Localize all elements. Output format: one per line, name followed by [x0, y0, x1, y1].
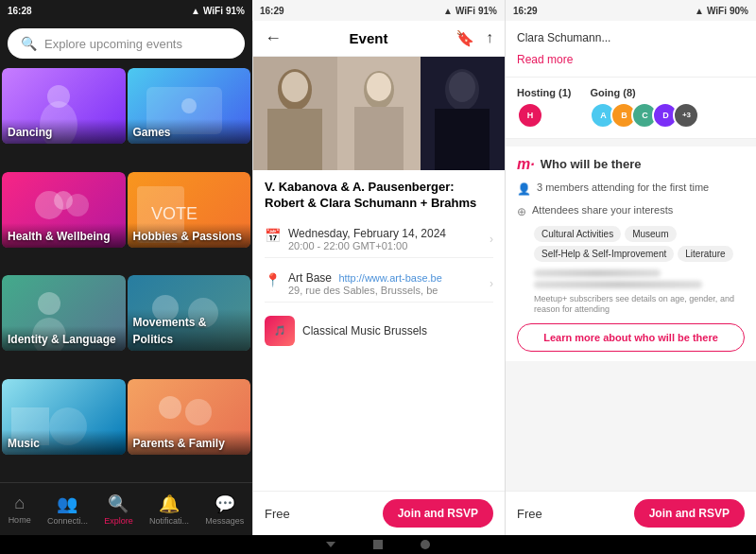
blurred-line-1: [534, 269, 661, 277]
navigation-bar: ⌂ Home 👥 Connecti... 🔍 Explore 🔔 Notific…: [0, 482, 252, 535]
svg-point-9: [38, 292, 60, 315]
event-title: V. Kabanova & A. Pausenberger: Robert & …: [265, 180, 493, 212]
category-identity-label: Identity & Language: [8, 333, 116, 346]
category-movements[interactable]: Movements & Politics: [128, 275, 251, 377]
category-music[interactable]: Music: [2, 379, 126, 481]
interests-tags: Cultural Activities Museum Self-Help & S…: [534, 226, 745, 262]
bookmark-icon[interactable]: 🔖: [455, 29, 474, 47]
event-images: [253, 57, 505, 170]
hosting-going-section: Hosting (1) H Going (8) A B C D +3: [506, 78, 756, 139]
nav-messages[interactable]: 💬 Messages: [205, 493, 244, 526]
blurred-info: [534, 269, 745, 288]
event-image-1: [253, 57, 337, 170]
category-dancing[interactable]: Dancing: [2, 68, 126, 170]
status-bar-panel1: 16:28 ▲ WiFi 91%: [0, 0, 252, 21]
nav-notifications-label: Notificati...: [149, 516, 189, 526]
tag-literature: Literature: [678, 246, 732, 262]
chevron-right-icon2: ›: [490, 277, 493, 290]
rsvp-button-panel3[interactable]: Join and RSVP: [634, 499, 745, 528]
members-row: 👤 3 members attending for the first time: [517, 181, 745, 196]
learn-more-button[interactable]: Learn more about who will be there: [517, 323, 745, 352]
group-name: Classical Music Brussels: [302, 324, 427, 338]
event-time: 20:00 - 22:00 GMT+01:00: [288, 240, 482, 251]
going-avatar-plus[interactable]: +3: [673, 102, 699, 129]
location-url: http://www.art-base.be: [338, 272, 441, 284]
signal-icon2: ▲: [443, 6, 453, 16]
host-avatar-1[interactable]: H: [517, 102, 543, 129]
nav-home-label: Home: [9, 515, 31, 525]
hosting-label: Hosting (1): [517, 87, 571, 98]
hosting-avatars: H: [517, 102, 571, 129]
nav-home[interactable]: ⌂ Home: [9, 493, 31, 525]
svg-point-6: [54, 191, 73, 210]
svg-point-3: [181, 98, 197, 113]
back-button[interactable]: ←: [265, 28, 282, 48]
status-bar-panel3: 16:29 ▲ WiFi 90%: [505, 0, 756, 21]
svg-point-24: [367, 73, 391, 101]
category-parents[interactable]: Parents & Family: [128, 379, 251, 481]
wifi-icon2: WiFi: [455, 6, 475, 16]
event-date: Wednesday, February 14, 2024: [288, 227, 482, 240]
event-price: Free: [265, 507, 290, 521]
members-note: 3 members attending for the first time: [537, 181, 709, 194]
nav-connections[interactable]: 👥 Connecti...: [47, 493, 88, 526]
event-date-row[interactable]: 📅 Wednesday, February 14, 2024 20:00 - 2…: [265, 221, 493, 258]
category-music-label: Music: [8, 437, 40, 450]
signal-icon3: ▲: [695, 6, 704, 16]
connections-icon: 👥: [57, 493, 77, 514]
categories-grid: Dancing Games: [0, 66, 252, 482]
svg-point-15: [159, 396, 181, 419]
interests-icon: ⊕: [517, 205, 526, 218]
going-label: Going (8): [590, 87, 694, 98]
event-header-title: Event: [350, 30, 388, 46]
category-health-label: Health & Wellbeing: [8, 230, 110, 243]
meetup-brand-icon: m·: [517, 156, 535, 173]
blurred-line-2: [534, 281, 702, 288]
who-header: m· Who will be there: [517, 156, 745, 173]
event-image-2: [337, 57, 421, 170]
going-group: Going (8) A B C D +3: [590, 87, 694, 129]
wifi-icon3: WiFi: [707, 6, 727, 16]
tag-museum: Museum: [625, 226, 676, 242]
event-image-3: [421, 57, 505, 170]
category-movements-label: Movements & Politics: [133, 316, 207, 346]
description-section: Clara Schumann... Read more: [506, 21, 756, 78]
recents-system-button[interactable]: [421, 540, 430, 549]
interests-note: Attendees share your interests: [532, 203, 673, 216]
category-identity[interactable]: Identity & Language: [2, 275, 126, 377]
going-avatars: A B C D +3: [590, 102, 694, 129]
group-avatar: 🎵: [265, 316, 295, 346]
group-row[interactable]: 🎵 Classical Music Brussels: [265, 310, 493, 352]
battery-panel2: 91%: [478, 6, 497, 16]
category-games-label: Games: [133, 126, 171, 139]
category-health[interactable]: Health & Wellbeing: [2, 172, 126, 274]
share-icon[interactable]: ↑: [486, 29, 493, 47]
event-detail-panel: ← Event 🔖 ↑: [252, 21, 505, 535]
nav-explore[interactable]: 🔍 Explore: [104, 493, 133, 526]
svg-rect-23: [354, 107, 404, 170]
read-more-link[interactable]: Read more: [517, 53, 573, 66]
signal-icon: ▲: [191, 6, 200, 16]
notifications-icon: 🔔: [159, 493, 180, 514]
battery-panel1: 91%: [226, 6, 245, 16]
event-location-row[interactable]: 📍 Art Base http://www.art-base.be 29, ru…: [265, 266, 493, 303]
category-hobbies-label: Hobbies & Passions: [133, 230, 242, 243]
home-system-button[interactable]: [373, 540, 383, 549]
svg-rect-27: [435, 109, 490, 170]
back-system-button[interactable]: [326, 542, 335, 547]
search-icon: 🔍: [21, 36, 37, 51]
search-bar[interactable]: 🔍 Explore upcoming events: [8, 28, 245, 59]
category-hobbies[interactable]: VOTE Hobbies & Passions: [128, 172, 251, 274]
rsvp-button-panel2[interactable]: Join and RSVP: [383, 499, 493, 528]
time-panel1: 16:28: [8, 6, 32, 16]
chevron-right-icon: ›: [490, 233, 493, 246]
svg-point-28: [449, 72, 475, 102]
category-games[interactable]: Games: [128, 68, 251, 170]
description-text: Clara Schumann...: [517, 30, 745, 46]
who-section: m· Who will be there 👤 3 members attendi…: [506, 147, 756, 361]
nav-notifications[interactable]: 🔔 Notificati...: [149, 493, 189, 526]
person-icon: 👤: [517, 182, 531, 196]
svg-rect-19: [267, 109, 322, 170]
interests-row: ⊕ Attendees share your interests: [517, 203, 745, 218]
svg-text:VOTE: VOTE: [151, 204, 198, 223]
